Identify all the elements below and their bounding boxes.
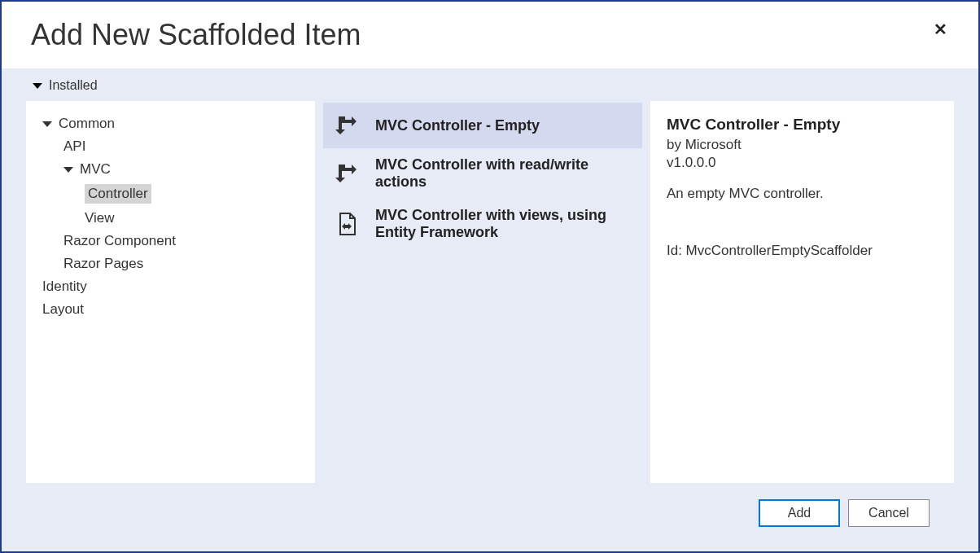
section-installed[interactable]: Installed	[33, 78, 954, 93]
category-tree: Common API MVC Controller	[26, 101, 315, 483]
dialog-title: Add New Scaffolded Item	[31, 18, 361, 52]
tree-item-controller[interactable]: Controller	[85, 181, 307, 207]
details-panel: MVC Controller - Empty by Microsoft v1.0…	[650, 101, 954, 483]
template-item-readwrite[interactable]: MVC Controller with read/write actions	[323, 148, 642, 199]
dialog-footer: Add Cancel	[26, 483, 954, 551]
tree-label: Layout	[42, 301, 84, 318]
controller-icon	[333, 159, 362, 188]
tree-label: MVC	[80, 161, 111, 178]
details-description: An empty MVC controller.	[667, 186, 938, 202]
template-item-empty[interactable]: MVC Controller - Empty	[323, 103, 642, 148]
tree-label: Controller	[85, 184, 151, 204]
section-label: Installed	[49, 78, 98, 93]
panels-container: Common API MVC Controller	[26, 101, 954, 483]
template-label: MVC Controller with views, using Entity …	[375, 207, 632, 241]
chevron-down-icon	[63, 167, 73, 173]
template-item-ef[interactable]: MVC Controller with views, using Entity …	[323, 199, 642, 249]
template-list: MVC Controller - Empty MVC Controller wi…	[323, 101, 642, 483]
tree-item-mvc[interactable]: MVC	[63, 158, 307, 181]
dialog-header: Add New Scaffolded Item ✕	[2, 2, 978, 68]
tree-item-razor-pages[interactable]: Razor Pages	[63, 252, 307, 275]
tree-label: Razor Component	[63, 233, 176, 249]
controller-ef-icon	[333, 209, 362, 239]
tree-item-layout[interactable]: Layout	[42, 298, 307, 321]
tree-item-api[interactable]: API	[63, 135, 307, 158]
template-label: MVC Controller - Empty	[375, 117, 540, 134]
cancel-button[interactable]: Cancel	[848, 499, 930, 527]
dialog-window: Add New Scaffolded Item ✕ Installed Comm…	[0, 0, 980, 553]
close-icon[interactable]: ✕	[927, 18, 954, 41]
details-author: by Microsoft	[667, 137, 938, 153]
tree-label: View	[85, 210, 115, 226]
tree-label: Razor Pages	[63, 256, 143, 272]
tree-item-razor-component[interactable]: Razor Component	[63, 230, 307, 252]
tree-item-view[interactable]: View	[85, 207, 307, 230]
details-id: Id: MvcControllerEmptyScaffolder	[667, 243, 938, 259]
tree-label: Common	[59, 116, 115, 132]
add-button[interactable]: Add	[759, 499, 840, 527]
tree-item-common[interactable]: Common	[42, 112, 307, 135]
tree-label: Identity	[42, 279, 87, 295]
details-version: v1.0.0.0	[667, 155, 938, 171]
controller-icon	[333, 111, 362, 140]
chevron-down-icon	[33, 83, 42, 89]
tree-item-identity[interactable]: Identity	[42, 275, 307, 298]
dialog-body: Installed Common API MVC	[2, 68, 978, 551]
chevron-down-icon	[42, 121, 52, 127]
template-label: MVC Controller with read/write actions	[375, 156, 632, 191]
details-title: MVC Controller - Empty	[667, 116, 938, 134]
tree-label: API	[63, 138, 85, 155]
